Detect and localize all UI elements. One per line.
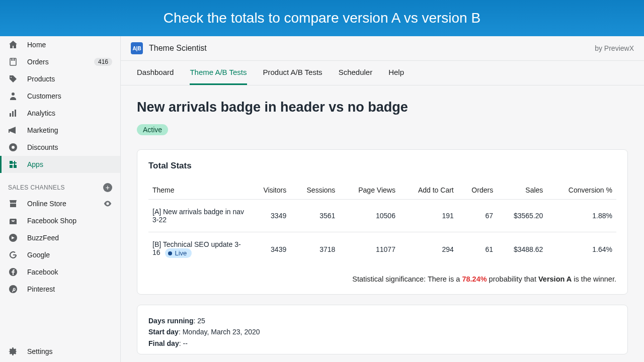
svg-point-1 [12, 93, 15, 96]
cell-page_views: 11077 [339, 232, 399, 266]
cell-sales: $3565.20 [497, 200, 547, 232]
nav-label: Apps [27, 160, 43, 168]
col-sessions: Sessions [290, 181, 339, 200]
sidebar-item-orders[interactable]: Orders 416 [0, 53, 120, 70]
total-stats-card: Total Stats Theme Visitors Sessions Page… [137, 149, 628, 295]
days-running-value: : 25 [193, 317, 205, 325]
col-page-views: Page Views [339, 181, 399, 200]
cell-theme: [A] New arrivals badge in nav 3-22 [148, 200, 249, 232]
col-visitors: Visitors [249, 181, 290, 200]
channel-label: Facebook Shop [27, 217, 76, 225]
banner-text: Check the totals to compare version A vs… [164, 10, 480, 26]
cell-theme: [B] Technical SEO update 3-16 Live [148, 232, 249, 266]
store-icon [8, 199, 18, 209]
channel-label: Online Store [27, 200, 66, 208]
table-row: [B] Technical SEO update 3-16 Live343937… [148, 232, 616, 266]
facebook-icon [8, 267, 18, 277]
sig-suffix: is the winner. [572, 275, 616, 283]
sidebar-item-analytics[interactable]: Analytics [0, 105, 120, 122]
nav-label: Home [27, 41, 46, 49]
sidebar-channel-facebook[interactable]: Facebook [0, 263, 120, 281]
channel-label: Pinterest [27, 285, 55, 293]
channel-label: Google [27, 251, 50, 259]
table-row: [A] New arrivals badge in nav 3-22334935… [148, 200, 616, 232]
svg-point-6 [12, 146, 15, 149]
final-day-value: : -- [179, 339, 188, 347]
tab-product-ab-tests[interactable]: Product A/B Tests [263, 61, 323, 85]
buzzfeed-icon [8, 233, 18, 243]
google-icon [8, 250, 18, 260]
sidebar-item-discounts[interactable]: Discounts [0, 139, 120, 156]
final-day-label: Final day [148, 339, 179, 347]
cell-add_to_cart: 294 [399, 232, 458, 266]
tab-scheduler[interactable]: Scheduler [339, 61, 373, 85]
col-theme: Theme [148, 181, 249, 200]
nav-label: Analytics [27, 109, 55, 117]
sidebar-item-apps[interactable]: Apps [0, 156, 120, 173]
sidebar-item-customers[interactable]: Customers [0, 87, 120, 105]
app-title: Theme Scientist [149, 44, 207, 53]
settings-label: Settings [27, 347, 53, 355]
orders-badge: 416 [94, 58, 112, 66]
channel-label: Facebook [27, 268, 58, 276]
pinterest-icon [8, 284, 18, 294]
svg-rect-8 [14, 165, 17, 168]
svg-rect-3 [12, 111, 14, 117]
cell-visitors: 3439 [249, 232, 290, 266]
cell-orders: 61 [458, 232, 497, 266]
col-add-to-cart: Add to Cart [399, 181, 458, 200]
channels-label: SALES CHANNELS [8, 184, 65, 191]
svg-rect-7 [10, 161, 13, 164]
add-channel-button[interactable]: + [103, 183, 112, 192]
stats-table: Theme Visitors Sessions Page Views Add t… [148, 181, 616, 266]
test-meta-card: Days running: 25 Start day: Monday, Marc… [137, 305, 628, 354]
sidebar-channel-pinterest[interactable]: Pinterest [0, 281, 120, 298]
sidebar-channel-google[interactable]: Google [0, 246, 120, 263]
col-orders: Orders [458, 181, 497, 200]
app-logo-icon: A|B [131, 42, 143, 54]
products-icon [8, 74, 18, 84]
sidebar-item-settings[interactable]: Settings [0, 343, 120, 360]
sidebar-item-marketing[interactable]: Marketing [0, 122, 120, 139]
cell-conversion: 1.64% [547, 232, 616, 266]
sidebar-channel-buzzfeed[interactable]: BuzzFeed [0, 229, 120, 246]
tab-dashboard[interactable]: Dashboard [137, 61, 174, 85]
nav-label: Marketing [27, 126, 58, 134]
home-icon [8, 40, 18, 50]
channel-label: BuzzFeed [27, 234, 59, 242]
nav-label: Customers [27, 92, 61, 100]
tab-theme-ab-tests[interactable]: Theme A/B Tests [190, 61, 247, 85]
gear-icon [8, 346, 18, 356]
discounts-icon [8, 142, 18, 152]
cell-sessions: 3561 [290, 200, 339, 232]
days-running-label: Days running [148, 317, 193, 325]
status-badge: Active [137, 124, 168, 135]
page-title: New arrivals badge in header vs no badge [137, 100, 628, 115]
sidebar-channel-online-store[interactable]: Online Store [0, 195, 120, 212]
sig-winner: Version A [538, 275, 572, 283]
customers-icon [8, 91, 18, 101]
main-content: A|B Theme Scientist by PreviewX Dashboar… [121, 36, 644, 362]
sidebar-item-home[interactable]: Home [0, 36, 120, 53]
sig-probability: 78.24% [462, 275, 487, 283]
card-title: Total Stats [148, 161, 616, 171]
live-badge: Live [165, 248, 192, 258]
view-store-icon[interactable] [103, 199, 112, 208]
svg-rect-2 [10, 113, 11, 117]
cell-conversion: 1.88% [547, 200, 616, 232]
sidebar-channel-facebook-shop[interactable]: Facebook Shop [0, 212, 120, 229]
statistical-significance: Statistical significance: There is a 78.… [148, 275, 616, 283]
svg-rect-4 [15, 110, 16, 117]
tab-help[interactable]: Help [388, 61, 404, 85]
promo-banner: Check the totals to compare version A vs… [0, 0, 644, 36]
col-conversion: Conversion % [547, 181, 616, 200]
nav-label: Orders [27, 58, 49, 66]
sidebar-item-products[interactable]: Products [0, 70, 120, 87]
nav-label: Discounts [27, 143, 58, 151]
apps-icon [8, 159, 18, 169]
marketing-icon [8, 125, 18, 135]
nav-label: Products [27, 75, 55, 83]
orders-icon [8, 57, 18, 67]
cell-orders: 67 [458, 200, 497, 232]
app-vendor: by PreviewX [595, 44, 634, 52]
